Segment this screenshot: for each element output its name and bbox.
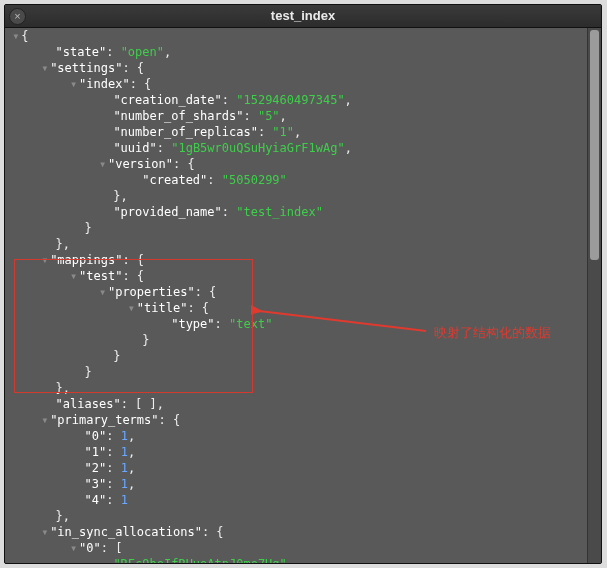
- kv-primary-terms: ▾"primary_terms": {: [5, 412, 588, 428]
- kv-pt3: "3": 1,: [5, 476, 588, 492]
- scrollbar[interactable]: [587, 28, 601, 563]
- kv-pt4: "4": 1: [5, 492, 588, 508]
- brace: }: [5, 348, 588, 364]
- caret-down-icon[interactable]: ▾: [41, 412, 50, 428]
- kv-settings: ▾"settings": {: [5, 60, 588, 76]
- caret-down-icon[interactable]: ▾: [128, 300, 137, 316]
- brace: },: [5, 380, 588, 396]
- json-viewer: ▾{ "state": "open", ▾"settings": { ▾"ind…: [5, 28, 588, 563]
- kv-mappings: ▾"mappings": {: [5, 252, 588, 268]
- caret-down-icon[interactable]: ▾: [70, 268, 79, 284]
- close-icon[interactable]: ×: [9, 8, 26, 25]
- brace: },: [5, 508, 588, 524]
- kv-aliases: "aliases": [ ],: [5, 396, 588, 412]
- caret-down-icon[interactable]: ▾: [99, 156, 108, 172]
- window: × test_index ▾{ "state": "open", ▾"setti…: [4, 4, 602, 564]
- caret-down-icon[interactable]: ▾: [70, 540, 79, 556]
- titlebar: × test_index: [5, 5, 601, 28]
- kv-created: "created": "5050299": [5, 172, 588, 188]
- kv-creation-date: "creation_date": "1529460497345",: [5, 92, 588, 108]
- kv-pt1: "1": 1,: [5, 444, 588, 460]
- kv-num-replicas: "number_of_replicas": "1",: [5, 124, 588, 140]
- scrollbar-thumb[interactable]: [590, 30, 599, 260]
- window-title: test_index: [5, 5, 601, 27]
- caret-down-icon[interactable]: ▾: [41, 524, 50, 540]
- kv-in-sync: ▾"in_sync_allocations": {: [5, 524, 588, 540]
- brace: }: [5, 364, 588, 380]
- kv-provided-name: "provided_name": "test_index": [5, 204, 588, 220]
- caret-down-icon[interactable]: ▾: [12, 28, 21, 44]
- caret-down-icon[interactable]: ▾: [99, 284, 108, 300]
- caret-down-icon[interactable]: ▾: [41, 252, 50, 268]
- brace: }: [5, 220, 588, 236]
- kv-num-shards: "number_of_shards": "5",: [5, 108, 588, 124]
- kv-title: ▾"title": {: [5, 300, 588, 316]
- kv-index: ▾"index": {: [5, 76, 588, 92]
- content-area: ▾{ "state": "open", ▾"settings": { ▾"ind…: [5, 28, 601, 563]
- kv-isa0-val: "RFc9heIfRHuoAtnJ0me7Hg": [5, 556, 588, 563]
- kv-pt0: "0": 1,: [5, 428, 588, 444]
- brace: ▾{: [5, 28, 588, 44]
- kv-isa0: ▾"0": [: [5, 540, 588, 556]
- brace: },: [5, 188, 588, 204]
- kv-test: ▾"test": {: [5, 268, 588, 284]
- kv-state: "state": "open",: [5, 44, 588, 60]
- caret-down-icon[interactable]: ▾: [41, 60, 50, 76]
- kv-uuid: "uuid": "1gB5wr0uQSuHyiaGrF1wAg",: [5, 140, 588, 156]
- caret-down-icon[interactable]: ▾: [70, 76, 79, 92]
- annotation-text: 映射了结构化的数据: [434, 324, 551, 342]
- kv-pt2: "2": 1,: [5, 460, 588, 476]
- kv-version: ▾"version": {: [5, 156, 588, 172]
- brace: },: [5, 236, 588, 252]
- kv-properties: ▾"properties": {: [5, 284, 588, 300]
